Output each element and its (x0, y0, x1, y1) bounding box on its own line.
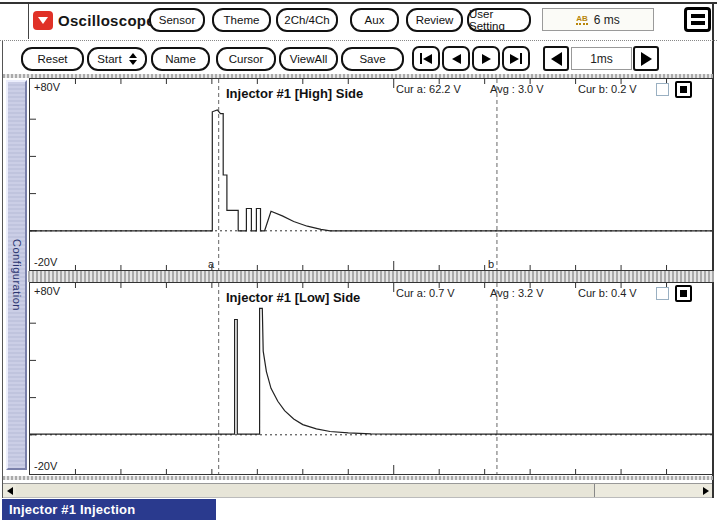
chart-high-side[interactable]: +80V -20V Injector #1 [High] Side Cur a:… (29, 78, 713, 271)
theme-button[interactable]: Theme (212, 8, 271, 32)
skip-end-button[interactable] (502, 46, 530, 71)
time-measure-value: 6 ms (594, 13, 620, 27)
menu-icon (691, 14, 705, 18)
y-max-label: +80V (34, 285, 60, 297)
save-button[interactable]: Save (341, 47, 404, 71)
app-title: Oscilloscope (58, 12, 155, 29)
step-back-icon (452, 54, 461, 64)
y-max-label: +80V (34, 81, 60, 93)
channel-checkbox-checked[interactable] (675, 285, 692, 302)
header-separator (0, 40, 717, 41)
name-button[interactable]: Name (151, 47, 210, 71)
cursor-a-readout: Cur a: 62.2 V (396, 83, 461, 95)
aux-button[interactable]: Aux (350, 8, 399, 32)
channel-checkbox-unchecked[interactable] (656, 83, 669, 96)
channel-checkbox-unchecked[interactable] (656, 287, 669, 300)
timebase-value: 1ms (571, 47, 632, 70)
chart-title: Injector #1 [Low] Side (226, 290, 360, 305)
window-top-border (0, 2, 717, 4)
arrow-left-icon (7, 487, 13, 495)
app-dropdown-icon[interactable] (33, 11, 53, 30)
step-forward-icon (482, 54, 491, 64)
scroll-left-button[interactable] (3, 484, 16, 497)
cursor-b-label[interactable]: b (488, 258, 494, 270)
chart-title: Injector #1 [High] Side (226, 86, 363, 101)
timebase-increase-button[interactable] (633, 46, 659, 71)
cursor-button[interactable]: Cursor (216, 47, 276, 71)
horizontal-scrollbar[interactable] (3, 483, 712, 498)
skip-start-button[interactable] (412, 46, 440, 71)
status-badge: Injector #1 Injection (2, 499, 216, 520)
avg-readout: Avg : 3.0 V (490, 83, 544, 95)
y-min-label: -20V (34, 460, 57, 472)
chart-low-side[interactable]: +80V -20V Injector #1 [Low] Side Cur a: … (29, 282, 713, 475)
cursor-a-readout: Cur a: 0.7 V (396, 287, 455, 299)
window-left-border (2, 40, 3, 498)
chart-scrollbar-divider (3, 476, 713, 480)
header-left-border (28, 4, 29, 39)
review-button[interactable]: Review (406, 8, 463, 32)
channel-mode-button[interactable]: 2Ch/4Ch (276, 8, 338, 32)
step-back-button[interactable] (442, 46, 470, 71)
start-button[interactable]: Start (87, 47, 147, 71)
caret-down-icon (38, 17, 48, 24)
cursor-a-label[interactable]: a (208, 258, 214, 270)
step-forward-button[interactable] (472, 46, 500, 71)
menu-button[interactable] (684, 7, 711, 32)
viewall-button[interactable]: ViewAll (279, 47, 338, 71)
reset-button[interactable]: Reset (21, 47, 84, 71)
start-spinner-icon (129, 53, 137, 65)
waveform-plot (30, 283, 712, 474)
arrow-right-icon (641, 52, 652, 66)
sidebar-tab-configuration[interactable]: Configuration (6, 80, 27, 470)
user-setting-button[interactable]: User Setting (467, 8, 531, 32)
sensor-button[interactable]: Sensor (149, 8, 205, 32)
cursor-b-readout: Cur b: 0.2 V (578, 83, 637, 95)
skip-start-icon (420, 53, 422, 64)
channel-checkbox-checked[interactable] (675, 81, 692, 98)
time-measure-display[interactable]: AB 6 ms (542, 8, 654, 31)
scrollbar-thumb[interactable] (16, 484, 595, 497)
arrow-right-icon (703, 487, 709, 495)
y-min-label: -20V (34, 256, 57, 268)
scroll-right-button[interactable] (699, 484, 712, 497)
cursor-b-readout: Cur b: 0.4 V (578, 287, 637, 299)
timebase-decrease-button[interactable] (543, 46, 569, 71)
skip-end-icon (510, 54, 519, 64)
ab-measure-icon: AB (576, 15, 588, 25)
waveform-plot (30, 79, 712, 270)
arrow-left-icon (551, 52, 562, 66)
avg-readout: Avg : 3.2 V (490, 287, 544, 299)
chart-divider (28, 271, 714, 282)
